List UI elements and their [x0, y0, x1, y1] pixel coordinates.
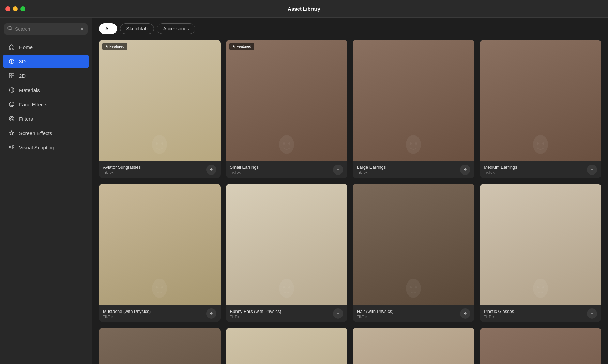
sidebar-item-home[interactable]: Home: [3, 40, 89, 54]
download-button[interactable]: [587, 165, 597, 175]
svg-rect-2: [9, 73, 11, 75]
sidebar: ✕ Home 3D: [0, 18, 92, 364]
asset-card-9[interactable]: Heart GlassesTikTok: [99, 328, 221, 364]
asset-grid: ★ Featured Aviator SunglassesTikTok ★ Fe…: [99, 40, 601, 364]
sidebar-item-filters-label: Filters: [19, 116, 33, 122]
asset-card-3[interactable]: Large EarringsTikTok: [353, 40, 474, 178]
card-source: TikTok: [230, 170, 333, 175]
svg-point-15: [152, 135, 167, 154]
asset-card-2[interactable]: ★ Featured Small EarringsTikTok: [226, 40, 348, 178]
download-button[interactable]: [460, 165, 470, 175]
asset-card-4[interactable]: Medium EarringsTikTok: [480, 40, 602, 178]
sidebar-item-home-label: Home: [19, 44, 33, 50]
asset-card-7[interactable]: Hair (with Physics)TikTok: [353, 184, 474, 322]
card-source: TikTok: [103, 315, 206, 319]
svg-point-33: [406, 279, 421, 298]
sidebar-item-filters[interactable]: Filters: [3, 112, 89, 125]
sidebar-item-2d-label: 2D: [19, 73, 26, 79]
filter-tab-all[interactable]: All: [99, 23, 117, 34]
sidebar-item-materials[interactable]: Materials: [3, 83, 89, 97]
content-area: AllSketchfabAccessories ★ Featured Aviat…: [92, 18, 608, 364]
sidebar-item-face-effects-label: Face Effects: [19, 102, 47, 107]
asset-card-6[interactable]: Bunny Ears (with Physics)TikTok: [226, 184, 348, 322]
svg-point-23: [415, 142, 417, 145]
card-source: TikTok: [484, 315, 587, 319]
search-clear-icon[interactable]: ✕: [80, 26, 84, 32]
svg-point-36: [533, 279, 548, 298]
card-title: Small Earrings: [230, 165, 333, 170]
sidebar-item-2d[interactable]: 2D: [3, 69, 89, 82]
card-source: TikTok: [230, 315, 333, 319]
svg-point-24: [533, 135, 548, 154]
filter-tab-accessories[interactable]: Accessories: [157, 23, 195, 34]
svg-point-18: [279, 135, 294, 154]
search-input[interactable]: [15, 26, 77, 32]
screen-effects-icon: [8, 130, 15, 136]
asset-card-10[interactable]: Round GlassesTikTok: [226, 328, 348, 364]
sidebar-item-materials-label: Materials: [19, 87, 40, 93]
svg-point-26: [542, 142, 544, 145]
svg-point-20: [288, 142, 290, 145]
svg-point-22: [410, 142, 412, 145]
download-button[interactable]: [460, 308, 470, 319]
sidebar-item-visual-scripting[interactable]: Visual Scripting: [3, 140, 89, 154]
svg-point-31: [283, 286, 285, 288]
svg-point-17: [161, 142, 163, 145]
card-title: Mustache (with Physics): [103, 309, 206, 314]
svg-point-10: [9, 116, 14, 121]
search-icon: [7, 26, 12, 32]
traffic-lights: [5, 6, 25, 11]
svg-point-11: [11, 118, 13, 120]
card-title: Plastic Glasses: [484, 309, 587, 314]
filter-tabs: AllSketchfabAccessories: [92, 18, 608, 40]
grid-icon: [8, 72, 15, 79]
window-title: Asset Library: [288, 6, 320, 12]
svg-point-9: [12, 104, 13, 104]
card-source: TikTok: [357, 315, 460, 319]
svg-point-30: [279, 279, 294, 298]
filters-icon: [8, 115, 15, 122]
card-title: Aviator Sunglasses: [103, 165, 206, 170]
card-title: Medium Earrings: [484, 165, 587, 170]
asset-card-11[interactable]: Cat-Eye GlassesTikTok: [353, 328, 474, 364]
asset-card-12[interactable]: Party HatTikTok: [480, 328, 602, 364]
featured-badge: ★ Featured: [229, 43, 254, 50]
titlebar: Asset Library: [0, 0, 608, 18]
sidebar-item-face-effects[interactable]: Face Effects: [3, 97, 89, 111]
main-layout: ✕ Home 3D: [0, 18, 608, 364]
asset-card-8[interactable]: Plastic GlassesTikTok: [480, 184, 602, 322]
filter-tab-sketchfab[interactable]: Sketchfab: [120, 23, 154, 34]
download-button[interactable]: [206, 308, 216, 319]
download-button[interactable]: [206, 165, 216, 175]
featured-badge: ★ Featured: [102, 43, 127, 50]
sidebar-item-screen-effects[interactable]: Screen Effects: [3, 126, 89, 140]
svg-rect-12: [9, 146, 11, 148]
sidebar-item-screen-effects-label: Screen Effects: [19, 130, 52, 136]
svg-line-1: [11, 29, 12, 30]
download-button[interactable]: [333, 308, 343, 319]
svg-point-21: [406, 135, 421, 154]
download-button[interactable]: [333, 165, 343, 175]
svg-point-29: [161, 286, 163, 288]
svg-point-28: [156, 286, 158, 288]
maximize-button[interactable]: [20, 6, 25, 11]
svg-point-37: [537, 286, 539, 288]
svg-point-16: [156, 142, 158, 145]
asset-card-5[interactable]: Mustache (with Physics)TikTok: [99, 184, 221, 322]
sidebar-item-3d[interactable]: 3D: [3, 55, 89, 68]
face-effects-icon: [8, 101, 15, 108]
search-bar[interactable]: ✕: [4, 23, 88, 35]
download-button[interactable]: [587, 308, 597, 319]
svg-point-27: [152, 279, 167, 298]
card-source: TikTok: [103, 170, 206, 175]
close-button[interactable]: [5, 6, 10, 11]
minimize-button[interactable]: [13, 6, 18, 11]
svg-point-32: [288, 286, 290, 288]
sidebar-item-visual-scripting-label: Visual Scripting: [19, 145, 54, 150]
card-title: Hair (with Physics): [357, 309, 460, 314]
svg-point-25: [537, 142, 539, 145]
card-source: TikTok: [484, 170, 587, 175]
svg-point-8: [11, 104, 11, 104]
asset-card-1[interactable]: ★ Featured Aviator SunglassesTikTok: [99, 40, 221, 178]
svg-rect-13: [12, 146, 14, 147]
